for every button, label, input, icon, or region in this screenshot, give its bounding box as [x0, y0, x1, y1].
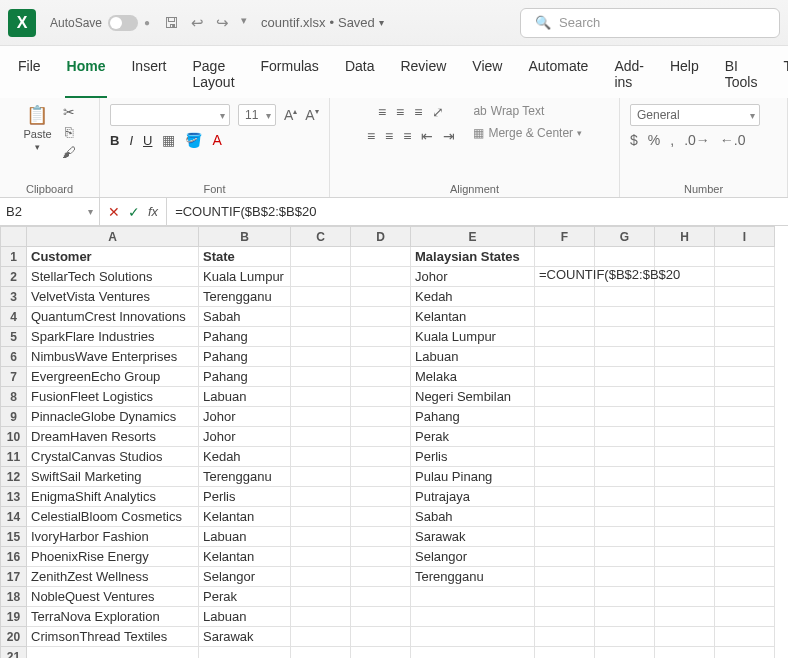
wrap-text-button[interactable]: abWrap Text	[473, 104, 544, 118]
row-header-10[interactable]: 10	[1, 427, 27, 447]
cell-H14[interactable]	[655, 507, 715, 527]
cell-F9[interactable]	[535, 407, 595, 427]
row-header-8[interactable]: 8	[1, 387, 27, 407]
cell-B17[interactable]: Selangor	[199, 567, 291, 587]
underline-button[interactable]: U	[143, 133, 152, 148]
row-header-13[interactable]: 13	[1, 487, 27, 507]
cell-C20[interactable]	[291, 627, 351, 647]
cell-E6[interactable]: Labuan	[411, 347, 535, 367]
cell-B3[interactable]: Terengganu	[199, 287, 291, 307]
cell-B18[interactable]: Perak	[199, 587, 291, 607]
col-header-F[interactable]: F	[535, 227, 595, 247]
cell-I1[interactable]	[715, 247, 775, 267]
cut-icon[interactable]: ✂	[63, 104, 75, 120]
tab-automate[interactable]: Automate	[526, 54, 590, 98]
cell-C6[interactable]	[291, 347, 351, 367]
row-header-17[interactable]: 17	[1, 567, 27, 587]
row-header-12[interactable]: 12	[1, 467, 27, 487]
increase-indent-icon[interactable]: ⇥	[443, 128, 455, 144]
cell-D6[interactable]	[351, 347, 411, 367]
cell-E2[interactable]: Johor	[411, 267, 535, 287]
cell-D21[interactable]	[351, 647, 411, 659]
cell-F4[interactable]	[535, 307, 595, 327]
cell-D12[interactable]	[351, 467, 411, 487]
cell-A19[interactable]: TerraNova Exploration	[27, 607, 199, 627]
cell-C18[interactable]	[291, 587, 351, 607]
percent-icon[interactable]: %	[648, 132, 660, 148]
cell-D2[interactable]	[351, 267, 411, 287]
name-box[interactable]: B2	[0, 198, 100, 225]
cell-A17[interactable]: ZenithZest Wellness	[27, 567, 199, 587]
qat-more-icon[interactable]: ▾	[241, 14, 247, 32]
cell-F13[interactable]	[535, 487, 595, 507]
tab-file[interactable]: File	[16, 54, 43, 98]
tab-add-ins[interactable]: Add-ins	[612, 54, 646, 98]
cell-C10[interactable]	[291, 427, 351, 447]
cell-E21[interactable]	[411, 647, 535, 659]
autosave-toggle[interactable]: AutoSave ●	[50, 15, 150, 31]
cell-E20[interactable]	[411, 627, 535, 647]
cell-B19[interactable]: Labuan	[199, 607, 291, 627]
cell-A6[interactable]: NimbusWave Enterprises	[27, 347, 199, 367]
cell-C9[interactable]	[291, 407, 351, 427]
cell-C15[interactable]	[291, 527, 351, 547]
cell-H1[interactable]	[655, 247, 715, 267]
cell-D9[interactable]	[351, 407, 411, 427]
increase-decimal-icon[interactable]: .0→	[684, 132, 710, 148]
align-center-icon[interactable]: ≡	[385, 128, 393, 144]
cell-E16[interactable]: Selangor	[411, 547, 535, 567]
row-header-14[interactable]: 14	[1, 507, 27, 527]
select-all-corner[interactable]	[1, 227, 27, 247]
align-left-icon[interactable]: ≡	[367, 128, 375, 144]
cell-A4[interactable]: QuantumCrest Innovations	[27, 307, 199, 327]
cell-A21[interactable]	[27, 647, 199, 659]
cell-I11[interactable]	[715, 447, 775, 467]
cell-I12[interactable]	[715, 467, 775, 487]
tab-data[interactable]: Data	[343, 54, 377, 98]
cell-G13[interactable]	[595, 487, 655, 507]
row-header-4[interactable]: 4	[1, 307, 27, 327]
cell-B11[interactable]: Kedah	[199, 447, 291, 467]
cell-I16[interactable]	[715, 547, 775, 567]
cell-G18[interactable]	[595, 587, 655, 607]
cell-C21[interactable]	[291, 647, 351, 659]
col-header-C[interactable]: C	[291, 227, 351, 247]
fill-color-icon[interactable]: 🪣	[185, 132, 202, 148]
tab-formulas[interactable]: Formulas	[259, 54, 321, 98]
cell-D3[interactable]	[351, 287, 411, 307]
cell-H7[interactable]	[655, 367, 715, 387]
align-top-icon[interactable]: ≡	[378, 104, 386, 120]
row-header-16[interactable]: 16	[1, 547, 27, 567]
cell-E10[interactable]: Perak	[411, 427, 535, 447]
cell-A15[interactable]: IvoryHarbor Fashion	[27, 527, 199, 547]
cell-E19[interactable]	[411, 607, 535, 627]
cell-G16[interactable]	[595, 547, 655, 567]
col-header-I[interactable]: I	[715, 227, 775, 247]
cell-A11[interactable]: CrystalCanvas Studios	[27, 447, 199, 467]
redo-icon[interactable]: ↪	[216, 14, 229, 32]
align-right-icon[interactable]: ≡	[403, 128, 411, 144]
cell-D20[interactable]	[351, 627, 411, 647]
cell-H21[interactable]	[655, 647, 715, 659]
cell-C2[interactable]	[291, 267, 351, 287]
cell-C5[interactable]	[291, 327, 351, 347]
cell-G8[interactable]	[595, 387, 655, 407]
cell-G14[interactable]	[595, 507, 655, 527]
cell-G15[interactable]	[595, 527, 655, 547]
cell-A7[interactable]: EvergreenEcho Group	[27, 367, 199, 387]
font-color-icon[interactable]: A	[212, 132, 221, 148]
cell-F14[interactable]	[535, 507, 595, 527]
orientation-icon[interactable]: ⤢	[432, 104, 444, 120]
font-name-combo[interactable]	[110, 104, 230, 126]
cell-G4[interactable]	[595, 307, 655, 327]
tab-help[interactable]: Help	[668, 54, 701, 98]
cell-E9[interactable]: Pahang	[411, 407, 535, 427]
font-size-combo[interactable]: 11	[238, 104, 276, 126]
cell-I10[interactable]	[715, 427, 775, 447]
cell-I21[interactable]	[715, 647, 775, 659]
save-icon[interactable]: 🖫	[164, 14, 179, 32]
decrease-decimal-icon[interactable]: ←.0	[720, 132, 746, 148]
align-bottom-icon[interactable]: ≡	[414, 104, 422, 120]
cell-I4[interactable]	[715, 307, 775, 327]
cell-D11[interactable]	[351, 447, 411, 467]
